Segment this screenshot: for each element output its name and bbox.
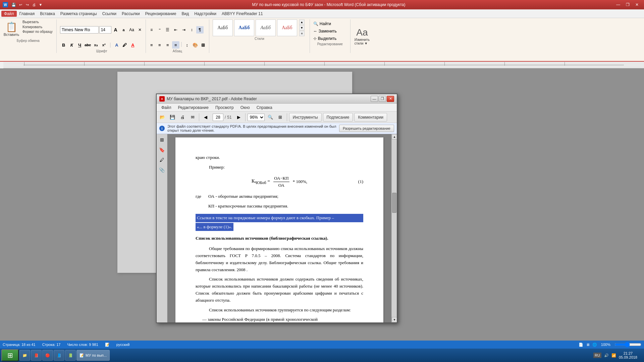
- adobe-menu-view[interactable]: Просмотр: [212, 105, 237, 111]
- style-item-1[interactable]: АаБб: [213, 19, 233, 36]
- menu-view[interactable]: Вид: [179, 11, 192, 17]
- format-painter-button[interactable]: Формат по образцу: [21, 29, 54, 34]
- network-icon[interactable]: 📶: [611, 353, 616, 358]
- underline-button[interactable]: Ч: [76, 41, 84, 49]
- subscript-button[interactable]: x₂: [92, 41, 100, 49]
- menu-review[interactable]: Рецензирование: [143, 11, 179, 17]
- text-effects-button[interactable]: A: [113, 41, 120, 49]
- style-more[interactable]: ≡: [299, 31, 305, 36]
- multilevel-list-button[interactable]: ☰: [164, 26, 171, 34]
- menu-home[interactable]: Главная: [17, 11, 38, 17]
- sidebar-attach-btn[interactable]: 📎: [158, 166, 166, 174]
- menu-mailings[interactable]: Рассылки: [119, 11, 143, 17]
- adobe-menu-window[interactable]: Окно: [237, 105, 253, 111]
- taskbar-app-skype[interactable]: 📘: [54, 350, 64, 361]
- speaker-icon[interactable]: 🔊: [604, 353, 609, 358]
- grow-font-button[interactable]: A: [112, 26, 119, 34]
- style-scroll-down[interactable]: ▼: [299, 25, 305, 31]
- print-quick-btn[interactable]: 🖨: [31, 2, 37, 8]
- justify-button[interactable]: ≡: [172, 41, 179, 49]
- zoom-tools-btn[interactable]: 🔍: [266, 113, 275, 122]
- scroll-thumb[interactable]: [392, 193, 396, 213]
- prev-page-btn[interactable]: ◀: [201, 113, 210, 122]
- pdf-viewer[interactable]: краю строки. Пример: КЧОБоб = ОА−КП ОА: [167, 134, 391, 322]
- line-spacing-button[interactable]: ↕: [183, 41, 191, 49]
- align-center-button[interactable]: ≡: [156, 41, 163, 49]
- taskbar-app-adobe[interactable]: 📕: [31, 350, 42, 361]
- scroll-up-btn[interactable]: ▲: [392, 134, 397, 139]
- taskbar-app-explorer[interactable]: 📁: [19, 350, 30, 361]
- menu-abbyy[interactable]: ABBYY FineReader 11: [219, 11, 266, 17]
- comments-btn[interactable]: Комментарии: [354, 113, 387, 122]
- border-button[interactable]: ⊞: [200, 41, 207, 49]
- align-left-button[interactable]: ≡: [148, 41, 155, 49]
- copy-button[interactable]: Копировать: [21, 24, 54, 29]
- scroll-track[interactable]: [392, 139, 397, 317]
- sort-button[interactable]: ↕: [188, 26, 196, 34]
- style-scroll-up[interactable]: ▲: [299, 19, 305, 25]
- menu-references[interactable]: Ссылки: [100, 11, 119, 17]
- change-styles-label[interactable]: Изменитьстили ▼: [355, 38, 370, 45]
- change-case-button[interactable]: Aa: [128, 26, 136, 34]
- find-button[interactable]: 🔍 Найти: [312, 21, 348, 27]
- view-fullscreen-btn[interactable]: 🖥: [586, 343, 590, 347]
- italic-button[interactable]: К: [68, 41, 75, 49]
- paste-button[interactable]: 📋 Вставить: [3, 19, 20, 38]
- tools-btn[interactable]: Инструменты: [289, 113, 322, 122]
- sign-btn[interactable]: Подписание: [323, 113, 353, 122]
- send-email-btn[interactable]: ✉: [188, 113, 197, 122]
- restore-button[interactable]: ❐: [623, 1, 632, 8]
- allow-editing-btn[interactable]: Разрешить редактирование: [339, 125, 394, 132]
- minimize-button[interactable]: —: [614, 1, 623, 8]
- shading-button[interactable]: 🎨: [192, 41, 199, 49]
- taskbar-app-abbyy[interactable]: 📗: [65, 350, 76, 361]
- strikethrough-button[interactable]: abe: [84, 41, 92, 49]
- adobe-print-btn[interactable]: 🖨: [178, 113, 187, 122]
- replace-button[interactable]: ↔ Заменить: [312, 28, 348, 34]
- align-right-button[interactable]: ≡: [164, 41, 171, 49]
- font-color-button[interactable]: A: [129, 41, 137, 49]
- close-button[interactable]: ✕: [633, 1, 641, 8]
- adobe-menu-file[interactable]: Файл: [158, 105, 175, 111]
- style-item-4[interactable]: АаБб: [277, 19, 297, 36]
- customize-quick-btn[interactable]: ▼: [38, 2, 44, 8]
- font-name-selector[interactable]: Times New Ro: [60, 26, 99, 34]
- adobe-restore-btn[interactable]: ❐: [379, 96, 386, 102]
- shrink-font-button[interactable]: a: [120, 26, 127, 34]
- page-number-input[interactable]: [213, 114, 223, 121]
- increase-indent-button[interactable]: ⇥: [180, 26, 187, 34]
- view-web-btn[interactable]: 🌐: [592, 343, 597, 347]
- start-button[interactable]: ⊞: [1, 349, 19, 361]
- show-marks-button[interactable]: ¶: [196, 26, 204, 34]
- adobe-close-btn[interactable]: ✕: [387, 96, 394, 102]
- superscript-button[interactable]: x²: [100, 41, 108, 49]
- adobe-minimize-btn[interactable]: —: [371, 96, 378, 102]
- taskbar-app-red[interactable]: 🔴: [42, 350, 53, 361]
- numbering-button[interactable]: ⁼: [156, 26, 163, 34]
- view-print-btn[interactable]: 📄: [579, 343, 583, 347]
- font-size-selector[interactable]: 14: [99, 26, 111, 34]
- sidebar-bookmark-btn[interactable]: 🔖: [158, 145, 166, 154]
- select-button[interactable]: ⊹ Выделить: [312, 36, 348, 42]
- adobe-menu-help[interactable]: Справка: [253, 105, 276, 111]
- style-item-3[interactable]: АаБб: [256, 19, 276, 36]
- undo-quick-btn[interactable]: ↩: [17, 2, 23, 8]
- style-item-2[interactable]: АаБб: [234, 19, 254, 36]
- next-page-btn[interactable]: ▶: [234, 113, 243, 122]
- open-button[interactable]: 📂: [158, 113, 167, 122]
- menu-insert[interactable]: Вставка: [37, 11, 58, 17]
- zoom-selector[interactable]: 96%: [248, 114, 265, 121]
- clear-format-button[interactable]: ✕: [136, 26, 144, 34]
- decrease-indent-button[interactable]: ⇤: [172, 26, 179, 34]
- bold-button[interactable]: B: [60, 41, 67, 49]
- adobe-menu-edit[interactable]: Редактирование: [175, 105, 212, 111]
- scroll-down-btn[interactable]: ▼: [392, 317, 397, 322]
- menu-page-layout[interactable]: Разметка страницы: [58, 11, 100, 17]
- redo-quick-btn[interactable]: ↪: [24, 2, 30, 8]
- menu-file[interactable]: Файл: [1, 11, 17, 17]
- save-quick-btn[interactable]: 💾: [11, 2, 17, 8]
- zoom-slider[interactable]: [614, 342, 641, 347]
- adobe-save-btn[interactable]: 💾: [168, 113, 177, 122]
- taskbar-app-word[interactable]: 📝 МУ по вып...: [76, 350, 110, 361]
- sidebar-page-thumb-btn[interactable]: ⊞: [158, 135, 166, 144]
